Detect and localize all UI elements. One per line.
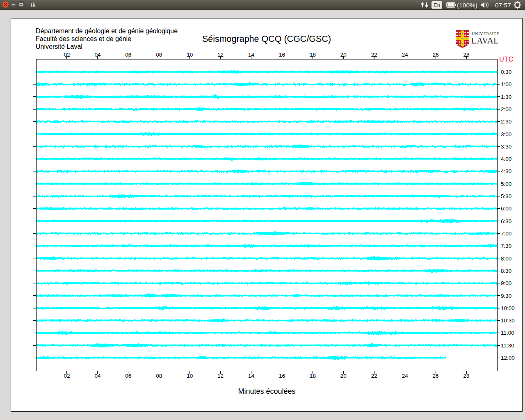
svg-text:8:00: 8:00	[501, 256, 511, 262]
svg-text:5:30: 5:30	[501, 193, 511, 199]
svg-text:UTC: UTC	[499, 55, 514, 63]
svg-text:2:30: 2:30	[501, 119, 511, 125]
svg-text:Séismographe QCQ (CGC/GSC): Séismographe QCQ (CGC/GSC)	[202, 34, 331, 44]
svg-text:18: 18	[310, 373, 316, 379]
svg-text:1:30: 1:30	[501, 94, 511, 100]
svg-text:16: 16	[279, 373, 285, 379]
svg-text:7:00: 7:00	[501, 231, 511, 237]
svg-text:Faculté des sciences et de gén: Faculté des sciences et de génie	[36, 35, 131, 42]
svg-text:11:00: 11:00	[501, 330, 514, 336]
svg-text:12: 12	[217, 52, 224, 58]
svg-text:18: 18	[310, 52, 316, 58]
svg-text:1:00: 1:00	[501, 81, 511, 87]
svg-text:14: 14	[248, 52, 255, 58]
svg-text:12: 12	[217, 373, 224, 379]
svg-text:26: 26	[433, 52, 439, 58]
svg-text:5:00: 5:00	[501, 181, 511, 187]
svg-text:10: 10	[187, 373, 193, 379]
svg-text:22: 22	[371, 373, 377, 379]
svg-text:6:00: 6:00	[501, 205, 511, 212]
svg-text:3:30: 3:30	[501, 144, 511, 150]
svg-text:06: 06	[125, 52, 131, 58]
svg-text:24: 24	[402, 373, 409, 379]
svg-text:16: 16	[279, 52, 285, 58]
svg-text:Université Laval: Université Laval	[36, 43, 82, 50]
svg-text:04: 04	[94, 52, 101, 58]
svg-text:2:00: 2:00	[501, 106, 511, 112]
svg-text:04: 04	[94, 373, 101, 379]
svg-text:8:30: 8:30	[501, 268, 511, 274]
svg-text:4:30: 4:30	[501, 168, 511, 174]
svg-text:10: 10	[187, 52, 193, 58]
svg-text:0:30: 0:30	[501, 69, 511, 75]
svg-text:9:30: 9:30	[501, 293, 511, 299]
svg-text:LAVAL: LAVAL	[471, 36, 499, 46]
svg-text:24: 24	[402, 52, 409, 58]
svg-text:08: 08	[156, 52, 162, 58]
svg-text:28: 28	[463, 52, 470, 58]
svg-text:6:30: 6:30	[501, 218, 511, 224]
svg-text:26: 26	[433, 373, 439, 379]
svg-text:11:30: 11:30	[501, 342, 514, 349]
svg-text:06: 06	[125, 373, 131, 379]
svg-text:22: 22	[371, 52, 377, 58]
svg-text:7:30: 7:30	[501, 243, 511, 249]
svg-text:9:00: 9:00	[501, 280, 511, 286]
svg-text:07:57: 07:57	[495, 2, 511, 9]
svg-text:12:00: 12:00	[501, 355, 515, 361]
svg-text:28: 28	[463, 373, 470, 379]
svg-text:4:00: 4:00	[501, 156, 511, 162]
svg-text:10:30: 10:30	[501, 317, 515, 324]
svg-text:tk: tk	[31, 1, 36, 8]
svg-text:20: 20	[340, 373, 347, 379]
svg-text:Département de géologie et de: Département de géologie et de génie géol…	[36, 27, 178, 34]
svg-text:14: 14	[248, 373, 255, 379]
svg-text:08: 08	[156, 373, 162, 379]
svg-text:10:00: 10:00	[501, 305, 515, 311]
svg-text:02: 02	[64, 52, 70, 58]
svg-text:(100%): (100%)	[457, 2, 477, 9]
svg-text:3:00: 3:00	[501, 131, 511, 137]
svg-text:En: En	[434, 2, 440, 8]
svg-text:02: 02	[64, 373, 70, 379]
svg-text:20: 20	[340, 52, 347, 58]
svg-text:Minutes écoulées: Minutes écoulées	[238, 387, 295, 395]
